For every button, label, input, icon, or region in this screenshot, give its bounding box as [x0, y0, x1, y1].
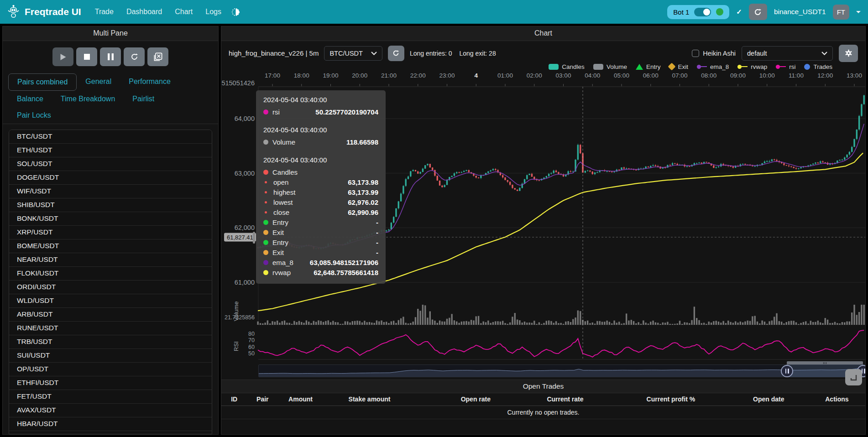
plot-config-select[interactable]: default: [742, 46, 833, 61]
legend-label: Volume: [607, 63, 627, 70]
open-trades-col-id[interactable]: ID: [231, 395, 237, 403]
pair-item[interactable]: ETHFI/USDT: [9, 376, 212, 390]
series-dot: [263, 270, 268, 275]
tooltip-value: -: [376, 239, 378, 246]
avatar-caret-icon[interactable]: [856, 11, 861, 13]
tab-general[interactable]: General: [77, 73, 120, 91]
legend-item-rvwap[interactable]: rvwap: [737, 63, 767, 70]
zoom-handle-left[interactable]: [781, 365, 793, 377]
tooltip-value: 63,173.99: [348, 188, 378, 196]
tab-balance[interactable]: Balance: [8, 91, 52, 107]
open-trades-col-open-date[interactable]: Open date: [753, 395, 784, 403]
pair-item[interactable]: ORDI/USDT: [9, 281, 212, 294]
forced-exit-button[interactable]: [147, 47, 168, 66]
open-trades-col-amount[interactable]: Amount: [288, 395, 313, 403]
pair-item[interactable]: XRP/USDT: [9, 226, 212, 239]
pause-button[interactable]: [100, 47, 121, 66]
time-axis-label: 23:00: [439, 72, 455, 79]
time-axis-label: 19:00: [323, 72, 339, 79]
bot-selector[interactable]: Bot 1: [667, 5, 729, 19]
pair-item[interactable]: HBAR/USDT: [9, 417, 212, 431]
tooltip-label: lowest: [273, 198, 293, 206]
open-trades-col-stake-amount[interactable]: Stake amount: [349, 395, 391, 403]
nav-link-chart[interactable]: Chart: [175, 8, 193, 16]
tab-time-breakdown[interactable]: Time Breakdown: [52, 91, 124, 107]
pair-item[interactable]: RNDR/USDT: [9, 431, 212, 434]
plot-config-value: default: [747, 50, 767, 57]
pair-item[interactable]: WIF/USDT: [9, 185, 212, 198]
reload-bot-button[interactable]: [749, 4, 767, 20]
tab-performance[interactable]: Performance: [120, 73, 179, 91]
pair-item[interactable]: FLOKI/USDT: [9, 267, 212, 281]
tooltip-row: close62,990.96: [263, 207, 378, 217]
pair-item[interactable]: FET/USDT: [9, 390, 212, 404]
data-zoom-grip[interactable]: [787, 361, 863, 364]
play-button[interactable]: [52, 47, 73, 66]
entries-summary: Long entries: 0 Long exit: 28: [410, 50, 496, 57]
data-zoom-slider[interactable]: [258, 364, 865, 377]
legend-label: Candles: [562, 63, 585, 70]
price-axis-label: 62,000: [235, 224, 255, 231]
pair-item[interactable]: ARB/USDT: [9, 308, 212, 322]
pair-item[interactable]: RUNE/USDT: [9, 322, 212, 335]
reload-icon: [754, 8, 762, 16]
pair-item[interactable]: AVAX/USDT: [9, 404, 212, 417]
legend-item-trades[interactable]: Trades: [804, 63, 832, 70]
legend-item-entry[interactable]: Entry: [636, 63, 661, 70]
nav-link-dashboard[interactable]: Dashboard: [126, 8, 162, 16]
bot-name: Bot 1: [673, 8, 689, 16]
nav-link-logs[interactable]: Logs: [205, 8, 221, 16]
chart-settings-button[interactable]: [839, 45, 858, 62]
rsi-axis-tick: 60: [248, 344, 255, 350]
pair-item[interactable]: BTC/USDT: [9, 130, 212, 144]
legend-item-volume[interactable]: Volume: [593, 63, 627, 70]
stop-button[interactable]: [76, 47, 97, 66]
legend-item-candles[interactable]: Candles: [549, 63, 585, 70]
chart-tooltip: 2024-05-04 03:40:00rsi50.225770201907042…: [256, 90, 386, 284]
legend-item-rsi[interactable]: rsi: [776, 63, 795, 70]
legend-item-ema_8[interactable]: ema_8: [697, 63, 729, 70]
tab-pair-locks[interactable]: Pair Locks: [8, 107, 60, 124]
pair-item[interactable]: TRB/USDT: [9, 335, 212, 349]
time-axis-label: 22:00: [410, 72, 426, 79]
pair-item[interactable]: SUI/USDT: [9, 349, 212, 363]
scrollbar-thumb[interactable]: [253, 232, 255, 244]
time-axis-label: 10:00: [759, 72, 775, 79]
series-dot: [263, 250, 268, 255]
heikin-ashi-checkbox[interactable]: [692, 50, 699, 57]
tooltip-value: 63,173.98: [348, 178, 378, 186]
open-trades-col-current-profit-pct[interactable]: Current profit %: [647, 395, 695, 403]
tooltip-value: 62,976.02: [348, 198, 378, 206]
resize-corner-button[interactable]: [845, 369, 862, 385]
pair-item[interactable]: BOME/USDT: [9, 239, 212, 253]
tooltip-value: -: [376, 218, 378, 226]
pair-item[interactable]: OP/USDT: [9, 363, 212, 376]
legend-label: Entry: [646, 63, 661, 70]
open-trades-col-actions[interactable]: Actions: [825, 395, 848, 403]
tab-pairs-combined[interactable]: Pairs combined: [8, 73, 77, 91]
pair-item[interactable]: ETH/USDT: [9, 144, 212, 157]
open-trades-col-open-rate[interactable]: Open rate: [461, 395, 491, 403]
pair-item[interactable]: BONK/USDT: [9, 212, 212, 226]
nav-links: TradeDashboardChartLogs: [95, 8, 221, 16]
nav-link-trade[interactable]: Trade: [95, 8, 114, 16]
open-trades-col-current-rate[interactable]: Current rate: [547, 395, 583, 403]
series-dot: [265, 191, 267, 193]
legend-item-exit[interactable]: Exit: [669, 63, 688, 70]
pair-select[interactable]: BTC/USDT: [324, 46, 382, 61]
pair-item[interactable]: SHIB/USDT: [9, 198, 212, 212]
series-dot: [263, 109, 268, 114]
chart-reload-button[interactable]: [388, 46, 404, 61]
pair-item[interactable]: SOL/USDT: [9, 157, 212, 171]
refresh-button[interactable]: [124, 47, 145, 66]
pair-item[interactable]: DOGE/USDT: [9, 171, 212, 185]
theme-toggle-icon[interactable]: [231, 8, 240, 16]
bot-toggle[interactable]: [694, 8, 711, 16]
navbar-brand[interactable]: Freqtrade UI: [7, 5, 81, 19]
pair-item[interactable]: WLD/USDT: [9, 294, 212, 308]
user-avatar[interactable]: FT: [833, 5, 849, 20]
tooltip-label: Entry: [272, 218, 288, 226]
tab-pairlist[interactable]: Pairlist: [124, 91, 163, 107]
open-trades-col-pair[interactable]: Pair: [256, 395, 268, 403]
pair-item[interactable]: NEAR/USDT: [9, 253, 212, 267]
